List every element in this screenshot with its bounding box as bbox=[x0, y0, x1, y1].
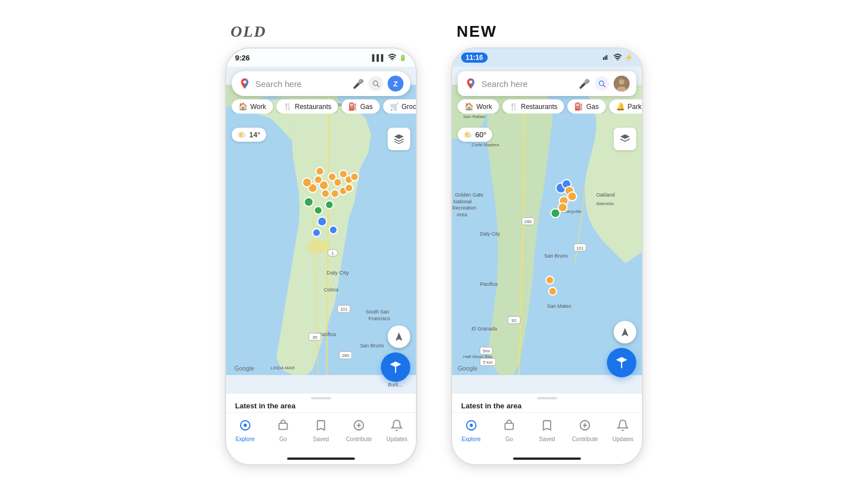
old-nav-contribute[interactable]: Contribute bbox=[340, 419, 378, 442]
old-weather-badge: 🌤️ 14° bbox=[232, 128, 266, 142]
svg-point-26 bbox=[345, 184, 353, 192]
old-user-avatar[interactable]: Z bbox=[388, 76, 403, 91]
svg-text:San Rafael: San Rafael bbox=[463, 114, 485, 119]
svg-rect-57 bbox=[607, 54, 609, 60]
svg-text:Burli...: Burli... bbox=[388, 382, 402, 387]
svg-point-16 bbox=[334, 178, 342, 186]
old-nav-explore[interactable]: Explore bbox=[226, 419, 264, 442]
old-chip-work[interactable]: 🏠 Work bbox=[232, 99, 273, 114]
new-map-area: San Rafael San Rafael Corte Madera Oakla… bbox=[452, 67, 642, 393]
new-nav-updates[interactable]: Updates bbox=[604, 419, 642, 442]
new-gas-icon: ⛽ bbox=[574, 102, 583, 111]
old-navigate-button[interactable] bbox=[388, 325, 410, 348]
old-nav-saved[interactable]: Saved bbox=[302, 419, 340, 442]
new-restaurants-icon: 🍴 bbox=[509, 102, 518, 111]
svg-text:Corte Madera: Corte Madera bbox=[472, 142, 500, 147]
svg-text:5mi: 5mi bbox=[483, 348, 490, 354]
new-explore-label: Explore bbox=[462, 436, 481, 442]
new-nav-contribute[interactable]: Contribute bbox=[566, 419, 604, 442]
comparison-container: OLD 9:26 ▌▌▌ 🔋 bbox=[214, 11, 654, 477]
old-chip-grocery[interactable]: 🛒 Grocerie bbox=[383, 99, 416, 114]
svg-point-30 bbox=[318, 217, 327, 226]
svg-text:280: 280 bbox=[342, 353, 350, 358]
new-bottom-sheet: Latest in the area bbox=[452, 393, 642, 412]
old-lens-icon[interactable] bbox=[368, 76, 383, 91]
svg-point-103 bbox=[619, 79, 624, 85]
svg-text:Pacifica: Pacifica bbox=[480, 281, 497, 287]
new-temp: 60° bbox=[475, 130, 487, 139]
new-phone-frame: 11:16 ⚡ bbox=[451, 47, 643, 465]
old-map-area: Daly City Colma South San Francisco Paci… bbox=[226, 67, 416, 393]
new-weather-icon: 🌤️ bbox=[463, 130, 472, 139]
old-nav-go[interactable]: Go bbox=[264, 419, 302, 442]
old-search-bar[interactable]: Search here 🎤 Z bbox=[232, 71, 410, 96]
new-nav-saved[interactable]: Saved bbox=[528, 419, 566, 442]
old-updates-label: Updates bbox=[387, 436, 407, 442]
new-lens-icon[interactable] bbox=[594, 76, 609, 91]
new-chip-gas[interactable]: ⛽ Gas bbox=[567, 99, 605, 114]
svg-point-29 bbox=[326, 201, 333, 209]
old-direction-fab[interactable] bbox=[381, 352, 410, 382]
new-direction-fab[interactable] bbox=[607, 348, 636, 377]
new-home-bar bbox=[513, 457, 581, 460]
old-signal-icon: ▌▌▌ bbox=[372, 54, 385, 61]
svg-text:El Granada: El Granada bbox=[472, 326, 497, 332]
old-category-chips: 🏠 Work 🍴 Restaurants ⛽ Gas 🛒 bbox=[232, 99, 416, 114]
old-layers-button[interactable] bbox=[388, 128, 410, 150]
new-signal-icon bbox=[603, 54, 611, 62]
new-search-bar[interactable]: Search here 🎤 bbox=[458, 71, 636, 96]
new-status-time: 11:16 bbox=[461, 53, 488, 63]
new-mic-icon[interactable]: 🎤 bbox=[579, 79, 590, 89]
new-contribute-icon bbox=[579, 419, 591, 434]
old-go-label: Go bbox=[279, 436, 287, 442]
old-contribute-icon bbox=[353, 419, 365, 434]
old-gas-icon: ⛽ bbox=[348, 102, 357, 111]
new-weather-badge: 🌤️ 60° bbox=[458, 128, 492, 142]
old-status-bar: 9:26 ▌▌▌ 🔋 bbox=[226, 49, 416, 67]
svg-point-49 bbox=[244, 424, 247, 427]
old-saved-icon bbox=[315, 419, 327, 434]
svg-text:Francisco: Francisco bbox=[368, 316, 390, 321]
old-chip-gas[interactable]: ⛽ Gas bbox=[341, 99, 379, 114]
svg-point-23 bbox=[302, 178, 311, 187]
old-bottom-nav: Explore Go Saved bbox=[226, 412, 416, 453]
new-work-icon: 🏠 bbox=[465, 102, 474, 111]
svg-text:San Bruno: San Bruno bbox=[360, 343, 384, 348]
svg-point-20 bbox=[322, 190, 329, 198]
svg-text:Alameda: Alameda bbox=[596, 201, 614, 206]
new-search-placeholder: Search here bbox=[481, 79, 574, 89]
svg-text:280: 280 bbox=[524, 219, 532, 224]
new-chip-restaurants[interactable]: 🍴 Restaurants bbox=[502, 99, 565, 114]
old-mic-icon[interactable]: 🎤 bbox=[353, 79, 364, 89]
old-status-icons: ▌▌▌ 🔋 bbox=[372, 54, 407, 62]
svg-text:Colma: Colma bbox=[324, 287, 338, 293]
svg-point-84 bbox=[546, 276, 554, 284]
new-home-indicator bbox=[452, 453, 642, 464]
new-layers-button[interactable] bbox=[614, 128, 636, 150]
new-latest-text: Latest in the area bbox=[452, 399, 642, 412]
svg-point-59 bbox=[617, 60, 619, 60]
old-home-indicator bbox=[226, 453, 416, 464]
new-category-chips: 🏠 Work 🍴 Restaurants ⛽ Gas 🔔 bbox=[458, 99, 642, 114]
new-version-wrapper: NEW 11:16 ⚡ bbox=[451, 23, 643, 465]
old-grocery-icon: 🛒 bbox=[390, 102, 399, 111]
new-wifi-icon bbox=[613, 54, 622, 62]
new-chip-work[interactable]: 🏠 Work bbox=[458, 99, 499, 114]
new-nav-go[interactable]: Go bbox=[490, 419, 528, 442]
old-nav-updates[interactable]: Updates bbox=[378, 419, 416, 442]
svg-text:Recreation: Recreation bbox=[452, 205, 476, 211]
new-navigate-button[interactable] bbox=[614, 321, 636, 343]
new-saved-icon bbox=[541, 419, 553, 434]
new-user-avatar[interactable] bbox=[614, 76, 630, 91]
svg-point-32 bbox=[313, 229, 320, 237]
svg-point-80 bbox=[568, 192, 577, 201]
old-battery-icon: 🔋 bbox=[399, 54, 407, 62]
new-nav-explore[interactable]: Explore bbox=[452, 419, 490, 442]
svg-text:92: 92 bbox=[511, 318, 517, 323]
old-chip-restaurants[interactable]: 🍴 Restaurants bbox=[276, 99, 338, 114]
old-label: OLD bbox=[225, 23, 267, 41]
old-bottom-sheet: Latest in the area bbox=[226, 393, 416, 412]
new-saved-label: Saved bbox=[539, 436, 555, 442]
new-chip-parks[interactable]: 🔔 Parks bbox=[609, 99, 643, 114]
new-status-bar: 11:16 ⚡ bbox=[452, 49, 642, 67]
